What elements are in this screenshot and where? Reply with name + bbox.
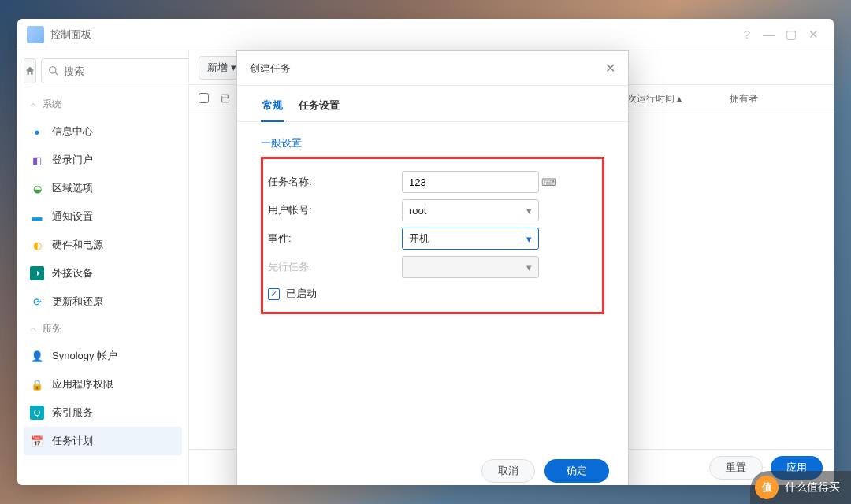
chat-icon: ▬ <box>30 209 44 224</box>
sidebar-item-app-permissions[interactable]: 🔒应用程序权限 <box>24 370 182 398</box>
search-input[interactable] <box>64 65 189 77</box>
search-input-wrap[interactable] <box>41 58 189 83</box>
home-button[interactable] <box>24 58 36 83</box>
dialog-tabs: 常规 任务设置 <box>237 86 628 122</box>
enabled-checkbox[interactable]: ✓ <box>268 288 280 300</box>
pretask-select: ▾ <box>402 256 539 278</box>
chevron-down-icon: ▾ <box>526 205 532 217</box>
bulb-icon: ◐ <box>30 238 44 252</box>
section-system[interactable]: 系统 <box>24 91 182 117</box>
event-label: 事件: <box>268 232 402 246</box>
select-all-checkbox[interactable] <box>199 93 221 106</box>
sidebar-item-index-service[interactable]: Q索引服务 <box>24 398 182 427</box>
svg-point-0 <box>50 67 56 73</box>
sidebar-item-external[interactable]: 外接设备 <box>24 259 182 287</box>
chevron-up-icon <box>28 324 38 334</box>
external-icon <box>30 266 44 280</box>
chevron-down-icon: ▾ <box>526 261 532 273</box>
refresh-icon: ⟳ <box>30 295 44 309</box>
calendar-icon: 📅 <box>30 434 44 448</box>
sidebar-item-synology-account[interactable]: 👤Synology 帐户 <box>24 342 182 370</box>
enabled-checkbox-row[interactable]: ✓ 已启动 <box>268 287 597 301</box>
search-icon <box>48 65 59 76</box>
highlighted-settings: 任务名称: ⌨ 用户帐号: root ▾ <box>261 157 604 314</box>
dialog-header: 创建任务 ✕ <box>237 51 628 86</box>
section-services[interactable]: 服务 <box>24 316 182 342</box>
chevron-up-icon <box>28 100 38 109</box>
globe-icon: ◒ <box>30 181 44 195</box>
task-name-label: 任务名称: <box>268 175 402 189</box>
user-icon: 👤 <box>30 349 44 363</box>
search-service-icon: Q <box>30 406 44 420</box>
sidebar-item-regional[interactable]: ◒区域选项 <box>24 174 182 202</box>
ok-button[interactable]: 确定 <box>544 459 609 483</box>
chevron-down-icon: ▾ <box>231 61 236 73</box>
sidebar-item-login-portal[interactable]: ◧登录门户 <box>24 146 182 174</box>
dialog-footer: 取消 确定 <box>237 325 628 485</box>
chevron-down-icon: ▾ <box>526 233 532 245</box>
sidebar-item-task-scheduler[interactable]: 📅任务计划 <box>24 427 182 455</box>
control-panel-window: 控制面板 ? — ▢ ✕ 系统 ●信息中心 ◧登录门户 ◒区域选项 <box>17 19 834 485</box>
sidebar: 系统 ●信息中心 ◧登录门户 ◒区域选项 ▬通知设置 ◐硬件和电源 外接设备 ⟳… <box>17 50 189 485</box>
user-label: 用户帐号: <box>268 203 402 217</box>
dialog-title: 创建任务 <box>250 61 291 76</box>
home-icon <box>24 65 35 76</box>
sidebar-item-info-center[interactable]: ●信息中心 <box>24 117 182 146</box>
sidebar-item-hardware[interactable]: ◐硬件和电源 <box>24 231 182 259</box>
tab-task-settings[interactable]: 任务设置 <box>297 94 341 121</box>
pretask-label: 先行任务: <box>268 260 402 274</box>
watermark: 值 什么值得买 <box>750 471 851 504</box>
app-icon <box>27 26 44 43</box>
cancel-button[interactable]: 取消 <box>481 459 535 483</box>
user-select[interactable]: root ▾ <box>402 199 539 221</box>
titlebar: 控制面板 ? — ▢ ✕ <box>17 19 834 50</box>
portal-icon: ◧ <box>30 153 44 167</box>
task-name-input[interactable]: ⌨ <box>402 171 539 193</box>
enabled-label: 已启动 <box>286 287 317 301</box>
tab-general[interactable]: 常规 <box>261 94 284 122</box>
watermark-badge-icon: 值 <box>755 476 779 499</box>
info-icon: ● <box>30 124 44 139</box>
col-owner[interactable]: 拥有者 <box>730 92 824 106</box>
sidebar-item-update[interactable]: ⟳更新和还原 <box>24 287 182 316</box>
lock-icon: 🔒 <box>30 377 44 391</box>
close-button[interactable]: ✕ <box>802 28 824 42</box>
help-button[interactable]: ? <box>736 28 758 41</box>
dialog-close-button[interactable]: ✕ <box>605 61 615 76</box>
group-title: 一般设置 <box>261 136 604 150</box>
col-next-run[interactable]: 次运行时间 ▴ <box>627 92 730 106</box>
event-select[interactable]: 开机 ▾ <box>402 228 539 250</box>
keyboard-icon[interactable]: ⌨ <box>541 176 556 188</box>
maximize-button[interactable]: ▢ <box>780 28 802 42</box>
sidebar-item-notification[interactable]: ▬通知设置 <box>24 202 182 231</box>
minimize-button[interactable]: — <box>758 28 780 41</box>
window-title: 控制面板 <box>50 28 736 42</box>
reset-button[interactable]: 重置 <box>709 456 763 480</box>
svg-line-1 <box>55 72 58 76</box>
main-panel: 新增▾ 已 次运行时间 ▴ 拥有者 无数据 重置 应用 <box>189 50 834 485</box>
create-task-dialog: 创建任务 ✕ 常规 任务设置 一般设置 任务名称: ⌨ <box>236 50 629 485</box>
task-name-field[interactable] <box>409 176 541 188</box>
